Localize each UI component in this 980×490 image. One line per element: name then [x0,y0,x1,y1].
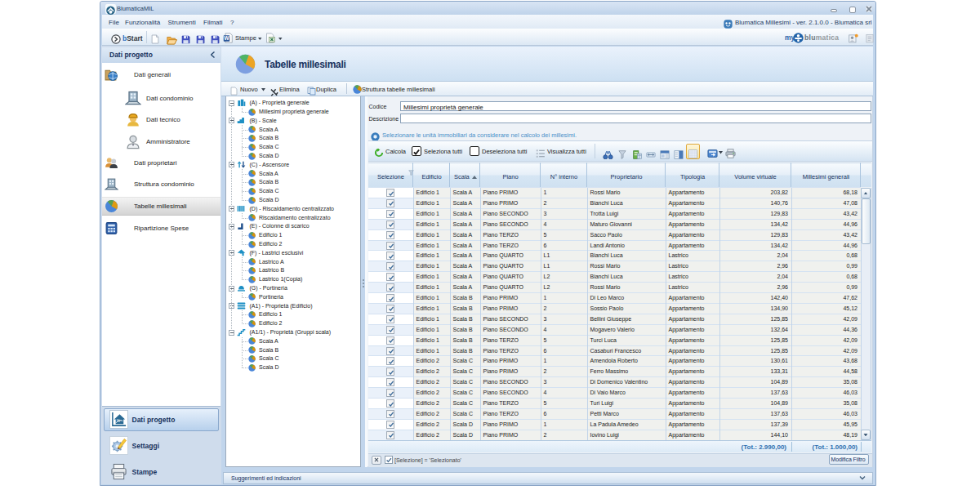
svg-text:W: W [224,35,229,41]
svg-text:%: % [117,419,121,423]
